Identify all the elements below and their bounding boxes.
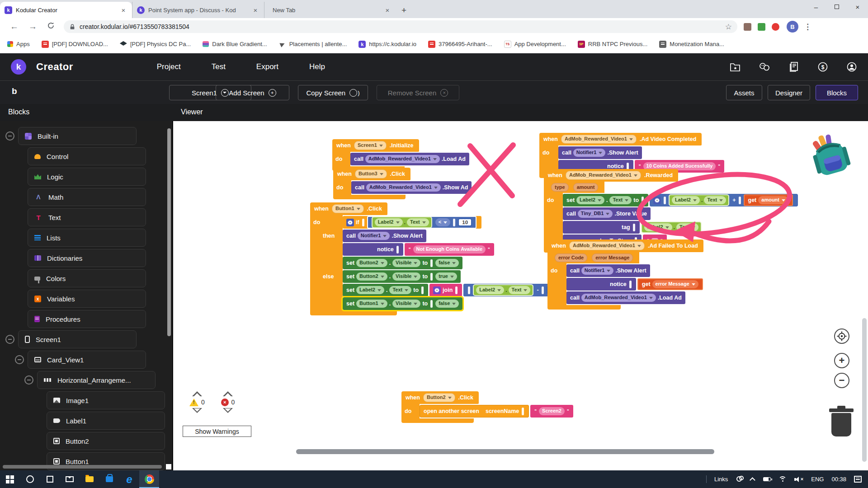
sidebar-item-variables[interactable]: Variables <box>28 290 146 308</box>
dropdown-pill[interactable]: Label2 <box>356 286 384 294</box>
center-blocks-button[interactable] <box>834 328 849 344</box>
dropdown-pill[interactable]: Text <box>704 196 726 204</box>
socket[interactable] <box>642 197 644 204</box>
file-explorer-icon[interactable] <box>80 470 99 488</box>
close-tab-icon[interactable]: × <box>251 6 259 14</box>
close-tab-icon[interactable]: × <box>383 6 392 14</box>
dropdown-pill[interactable]: Button2 <box>423 393 455 402</box>
block-stack[interactable]: whenButton2.Clickdoopen another screensc… <box>401 391 575 423</box>
math-block[interactable]: Label2.Text+getamount <box>650 194 798 206</box>
dropdown-pill[interactable]: Notifier1 <box>358 232 390 239</box>
show-warnings-button[interactable]: Show Warnings <box>183 426 251 437</box>
dropdown-pill[interactable]: AdMob_Rewarded_Video1 <box>366 183 441 191</box>
kodular-logo[interactable]: k <box>11 59 26 75</box>
dropdown-pill[interactable]: AdMob_Rewarded_Video1 <box>566 171 641 179</box>
address-bar[interactable]: creator.kodular.io/#6713550783381504 ☆ <box>64 20 737 33</box>
get-variable-block[interactable]: geterror Message <box>637 278 703 290</box>
store-icon[interactable] <box>99 470 119 488</box>
dropdown-pill[interactable]: Text <box>407 218 429 226</box>
extension-icon[interactable] <box>772 23 779 31</box>
extension-icon[interactable] <box>744 23 751 31</box>
get-variable-block[interactable]: getamount <box>744 194 793 206</box>
profile-avatar[interactable]: B <box>787 21 798 33</box>
call-block[interactable]: notice <box>566 278 636 291</box>
maximize-icon[interactable] <box>826 0 847 14</box>
viewer-horizontal-scrollbar[interactable] <box>296 449 714 454</box>
assets-button[interactable]: Assets <box>726 85 762 100</box>
bookmark-item[interactable]: khttps://c.kodular.io <box>359 41 416 48</box>
task-view-icon[interactable] <box>40 470 60 488</box>
dropdown-pill[interactable]: Label2 <box>375 218 403 226</box>
socket[interactable] <box>362 219 364 226</box>
bookmark-item[interactable]: Placements | allente... <box>279 41 347 48</box>
dropdown-pill[interactable]: Visible <box>392 300 420 307</box>
language-indicator[interactable]: ENG <box>811 476 824 483</box>
event-parameter-pill[interactable]: amount <box>573 183 599 192</box>
bookmark-item[interactable]: Monetization Mana... <box>659 41 724 48</box>
designer-button[interactable]: Designer <box>768 85 810 100</box>
socket[interactable] <box>633 224 635 231</box>
close-tab-icon[interactable]: × <box>119 6 127 14</box>
monetization-icon[interactable]: $ <box>817 61 828 72</box>
property-getter-block[interactable]: Label2.Text <box>669 194 729 206</box>
blocks-viewer-canvas[interactable]: whenScreen1.InitializedocallAdMob_Reward… <box>173 121 868 470</box>
block-stack[interactable]: whenButton3.ClickdocallAdMob_Rewarded_Vi… <box>333 168 473 199</box>
new-tab-icon[interactable]: + <box>401 5 406 15</box>
mutator-gear-icon[interactable] <box>653 197 661 204</box>
socket[interactable] <box>421 286 424 294</box>
copy-screen-button[interactable]: Copy Screen) <box>298 85 368 100</box>
dropdown-pill[interactable]: Label2 <box>576 196 604 204</box>
event-block-header[interactable]: whenScreen1.Initialize <box>332 139 419 152</box>
mail-icon[interactable] <box>60 470 80 488</box>
call-block[interactable]: tag <box>563 221 640 234</box>
browser-tab[interactable]: New Tab× <box>264 2 396 18</box>
chrome-icon[interactable] <box>139 470 159 488</box>
edge-icon[interactable]: e <box>119 470 139 488</box>
people-icon[interactable] <box>736 476 744 483</box>
socket[interactable] <box>629 281 632 288</box>
bookmark-item[interactable]: App Development... <box>504 41 566 48</box>
socket[interactable] <box>453 219 455 226</box>
control-block[interactable]: open another screenscreenName <box>420 405 529 418</box>
bookmark-item[interactable]: [PDF] Physics DC Pa... <box>120 41 191 47</box>
mutator-gear-icon[interactable] <box>346 219 354 226</box>
zoom-out-button[interactable]: − <box>834 373 849 388</box>
dropdown-pill[interactable]: Button3 <box>355 169 387 178</box>
dropdown-pill[interactable]: Text <box>389 286 411 294</box>
account-icon[interactable] <box>846 61 857 72</box>
number-input[interactable]: 10 <box>458 218 472 226</box>
sidebar-item-label1[interactable]: Label1 <box>47 412 165 430</box>
project-folder-icon[interactable] <box>730 62 741 72</box>
dropdown-pill[interactable]: Label2 <box>644 223 672 231</box>
sidebar-item-control[interactable]: Control <box>28 147 146 165</box>
blocks-button[interactable]: Blocks <box>816 85 858 100</box>
sidebar-item-lists[interactable]: Lists <box>28 229 146 247</box>
bookmark-star-icon[interactable]: ☆ <box>725 22 732 32</box>
dropdown-pill[interactable]: false <box>435 259 459 267</box>
url-text[interactable]: creator.kodular.io/#6713550783381504 <box>80 23 725 30</box>
browser-tab[interactable]: kPoint System app - Discuss - Kod× <box>132 2 264 18</box>
socket[interactable] <box>542 286 544 294</box>
set-block[interactable]: setLabel2.Textto <box>343 284 428 296</box>
dropdown-pill[interactable]: Notifier1 <box>573 149 606 156</box>
socket[interactable] <box>396 246 399 253</box>
zoom-in-button[interactable]: + <box>834 353 849 368</box>
dropdown-pill[interactable]: Button1 <box>356 300 387 307</box>
collapse-down-icon[interactable] <box>192 408 202 413</box>
dropdown-pill[interactable]: Screen1 <box>354 141 387 150</box>
battery-icon[interactable] <box>763 477 771 481</box>
sidebar-item-text[interactable]: Text <box>28 208 146 226</box>
text-block[interactable]: "Not Enough Coins Available" <box>405 243 494 256</box>
block-stack[interactable]: whenAdMob_Rewarded_Video1.Ad Failed To L… <box>547 239 704 310</box>
minimize-icon[interactable]: – <box>806 0 826 14</box>
dropdown-pill[interactable]: Tiny_DB1 <box>578 210 613 217</box>
mutator-gear-icon[interactable] <box>433 286 441 294</box>
event-block-header[interactable]: whenButton2.Click <box>401 391 479 404</box>
sidebar-horizontal-scrollbar[interactable] <box>3 465 162 469</box>
sidebar-item-image1[interactable]: Image1 <box>47 391 165 409</box>
bookmark-item[interactable]: [PDF] DOWNLOAD... <box>42 41 108 48</box>
reload-icon[interactable] <box>47 22 55 32</box>
event-block-header[interactable]: whenButton3.Click <box>333 168 410 180</box>
bookmark-item[interactable]: 37966495-Arihant-... <box>428 41 492 48</box>
forward-icon[interactable]: → <box>28 22 37 32</box>
